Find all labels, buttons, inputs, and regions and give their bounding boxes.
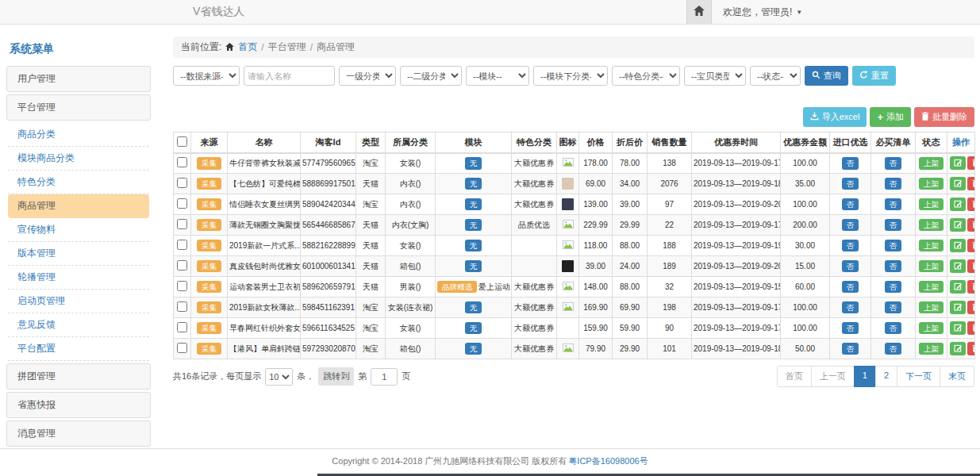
row-checkbox[interactable] [177, 322, 187, 332]
search-button[interactable]: 查询 [805, 66, 848, 86]
delete-button[interactable] [967, 342, 975, 355]
sidebar-item[interactable]: 意见反馈 [8, 313, 149, 337]
filter-select-item-type[interactable]: --宝贝类型-- [684, 66, 746, 86]
must-buy-toggle[interactable]: 否 [885, 343, 902, 355]
select-all-checkbox[interactable] [177, 136, 187, 147]
pager-item[interactable]: 末页 [940, 366, 974, 387]
must-buy-toggle[interactable]: 否 [885, 281, 902, 294]
status-badge[interactable]: 上架 [919, 219, 943, 232]
filter-select-category-level2[interactable]: --二级分类-- [400, 66, 462, 86]
filter-select-special-category[interactable]: --特色分类-- [612, 66, 680, 86]
import-select-toggle[interactable]: 否 [842, 281, 859, 294]
sidebar-group[interactable]: 平台管理 [6, 94, 151, 121]
status-badge[interactable]: 上架 [919, 322, 943, 335]
icp-link[interactable]: 粤ICP备16098006号 [568, 455, 648, 467]
pager-item[interactable]: 下一页 [897, 366, 940, 387]
edit-button[interactable] [950, 321, 966, 335]
breadcrumb-home-link[interactable]: 首页 [238, 40, 257, 54]
filter-select-data-source[interactable]: --数据来源-- [173, 66, 240, 86]
edit-button[interactable] [950, 218, 966, 232]
status-badge[interactable]: 上架 [919, 198, 943, 211]
filter-select-status[interactable]: --状态-- [750, 66, 801, 86]
sidebar-item[interactable]: 特色分类 [8, 171, 149, 194]
status-badge[interactable]: 上架 [919, 343, 943, 355]
edit-button[interactable] [950, 198, 966, 211]
status-badge[interactable]: 上架 [919, 178, 943, 190]
sidebar-item[interactable]: 商品分类 [8, 123, 149, 147]
filter-select-module[interactable]: --模块-- [466, 66, 529, 86]
status-badge[interactable]: 上架 [919, 301, 943, 314]
must-buy-toggle[interactable]: 否 [885, 240, 902, 252]
import-select-toggle[interactable]: 否 [842, 322, 859, 335]
import-select-toggle[interactable]: 否 [842, 301, 859, 314]
delete-button[interactable] [967, 301, 975, 314]
user-menu[interactable]: 欢迎您，管理员! ▼ [723, 6, 802, 19]
filter-select-module-subcategory[interactable]: --模块下分类-- [533, 66, 608, 86]
filter-select-category-level1[interactable]: 一级分类 [339, 66, 396, 86]
delete-button[interactable] [967, 198, 975, 211]
sidebar-item[interactable]: 宣传物料 [8, 218, 149, 242]
batch-delete-button[interactable]: 批量删除 [914, 107, 974, 127]
status-badge[interactable]: 上架 [919, 240, 943, 252]
import-select-toggle[interactable]: 否 [842, 157, 859, 170]
delete-button[interactable] [967, 156, 975, 170]
must-buy-toggle[interactable]: 否 [885, 301, 902, 314]
edit-button[interactable] [950, 239, 966, 252]
row-checkbox[interactable] [177, 260, 187, 271]
reset-button[interactable]: 重置 [852, 66, 896, 86]
delete-button[interactable] [967, 177, 975, 190]
filter-name-input[interactable] [244, 66, 335, 86]
edit-button[interactable] [950, 301, 966, 314]
import-select-toggle[interactable]: 否 [842, 198, 859, 211]
edit-button[interactable] [950, 156, 966, 170]
pager-item[interactable]: 1 [854, 366, 876, 387]
row-checkbox[interactable] [177, 219, 187, 229]
sidebar-item[interactable]: 模块商品分类 [8, 147, 149, 171]
delete-button[interactable] [967, 280, 975, 294]
edit-button[interactable] [950, 342, 966, 355]
page-number-input[interactable] [371, 368, 398, 386]
pager-item[interactable]: 上一页 [811, 366, 855, 387]
status-badge[interactable]: 上架 [919, 281, 943, 294]
per-page-select[interactable]: 10 [265, 368, 293, 386]
import-select-toggle[interactable]: 否 [842, 343, 859, 355]
must-buy-toggle[interactable]: 否 [885, 260, 902, 273]
must-buy-toggle[interactable]: 否 [885, 219, 902, 232]
sidebar-group[interactable]: 拼团管理 [6, 363, 151, 390]
sidebar-group[interactable]: 用户管理 [6, 66, 151, 92]
sidebar-group[interactable]: 消息管理 [6, 420, 151, 447]
status-badge[interactable]: 上架 [919, 157, 943, 170]
delete-button[interactable] [967, 259, 975, 273]
sidebar-item[interactable]: 版本管理 [8, 242, 149, 266]
import-select-toggle[interactable]: 否 [842, 260, 859, 273]
import-select-toggle[interactable]: 否 [842, 240, 859, 252]
delete-button[interactable] [967, 239, 975, 252]
must-buy-toggle[interactable]: 否 [885, 157, 902, 170]
import-excel-button[interactable]: 导入excel [803, 107, 867, 127]
import-select-toggle[interactable]: 否 [842, 178, 859, 190]
edit-button[interactable] [950, 280, 966, 294]
row-checkbox[interactable] [177, 343, 187, 353]
sidebar-group[interactable]: 省惠快报 [6, 392, 151, 418]
must-buy-toggle[interactable]: 否 [885, 178, 902, 190]
must-buy-toggle[interactable]: 否 [885, 322, 902, 335]
row-checkbox[interactable] [177, 178, 187, 188]
home-button[interactable] [686, 0, 712, 24]
row-checkbox[interactable] [177, 240, 187, 250]
row-checkbox[interactable] [177, 157, 187, 167]
import-select-toggle[interactable]: 否 [842, 219, 859, 232]
sidebar-item[interactable]: 平台配置 [8, 337, 149, 361]
delete-button[interactable] [967, 321, 975, 335]
add-button[interactable]: + 添加 [870, 107, 911, 127]
sidebar-item[interactable]: 商品管理 [8, 194, 149, 218]
delete-button[interactable] [967, 218, 975, 232]
edit-button[interactable] [950, 259, 966, 273]
must-buy-toggle[interactable]: 否 [885, 198, 902, 211]
row-checkbox[interactable] [177, 198, 187, 209]
edit-button[interactable] [950, 177, 966, 190]
pager-item[interactable]: 首页 [777, 366, 812, 387]
row-checkbox[interactable] [177, 281, 187, 291]
sidebar-item[interactable]: 轮播管理 [8, 266, 149, 290]
pager-item[interactable]: 2 [875, 366, 897, 387]
row-checkbox[interactable] [177, 301, 187, 312]
